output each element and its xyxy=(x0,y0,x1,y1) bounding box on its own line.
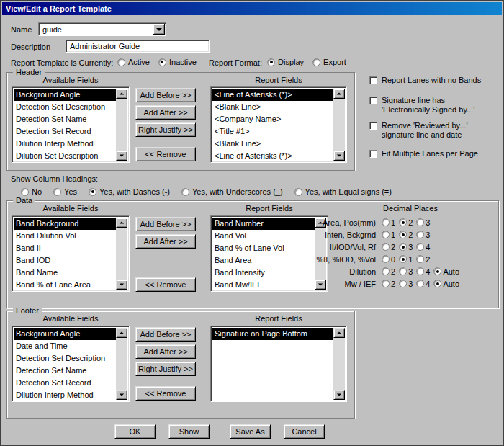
footer-remove-button[interactable]: << Remove xyxy=(135,386,196,401)
scrollbar[interactable] xyxy=(116,89,127,161)
scrollbar[interactable] xyxy=(333,89,345,161)
radio-option[interactable]: Yes, with Underscores (_) xyxy=(181,187,283,196)
name-combobox[interactable]: guide xyxy=(38,22,166,36)
scroll-down-button[interactable] xyxy=(333,390,345,400)
data-add-after-button[interactable]: Add After >> xyxy=(135,234,196,249)
header-remove-button[interactable]: << Remove xyxy=(135,147,196,161)
radio-option[interactable]: Yes, with Equal signs (=) xyxy=(294,187,392,196)
scrollbar[interactable] xyxy=(116,218,127,290)
radio-option[interactable]: 3 xyxy=(416,231,430,239)
radio-option[interactable]: 2 xyxy=(399,218,413,227)
scroll-up-button[interactable] xyxy=(116,218,127,228)
header-add-after-button[interactable]: Add After >> xyxy=(135,105,196,120)
scroll-up-button[interactable] xyxy=(333,328,345,338)
list-item[interactable]: Signature on Page Bottom xyxy=(212,328,333,340)
radio-option[interactable]: 4 xyxy=(416,243,430,251)
list-item[interactable]: Dilution Set Description xyxy=(14,150,116,161)
scrollbar[interactable] xyxy=(116,328,127,400)
scroll-up-button[interactable] xyxy=(333,89,345,99)
checkbox-remove-reviewed-by[interactable]: Remove 'Reviewed by...' signature line a… xyxy=(369,121,498,140)
scroll-down-button[interactable] xyxy=(116,151,127,161)
footer-report-listbox[interactable]: Signature on Page Bottom xyxy=(210,326,347,402)
footer-add-after-button[interactable]: Add After >> xyxy=(135,344,196,359)
footer-available-listbox[interactable]: Background AngleDate and TimeDetection S… xyxy=(12,326,130,402)
checkbox-fit-multiple-lanes[interactable]: Fit Multiple Lanes per Page xyxy=(369,149,498,159)
list-item[interactable]: Date and Time xyxy=(14,340,116,352)
data-remove-button[interactable]: << Remove xyxy=(135,277,196,292)
radio-option[interactable]: Yes, with Dashes (-) xyxy=(89,187,170,196)
radio-option[interactable]: 2 xyxy=(399,231,413,239)
radio-option[interactable]: No xyxy=(21,187,42,196)
combo-dropdown-button[interactable] xyxy=(153,24,165,35)
list-item[interactable]: Detection Set Description xyxy=(14,352,116,365)
data-add-before-button[interactable]: Add Before >> xyxy=(135,217,196,231)
radio-option[interactable]: Export xyxy=(312,58,346,66)
radio-option[interactable]: 3 xyxy=(416,218,430,227)
scrollbar[interactable] xyxy=(333,328,345,400)
description-input[interactable] xyxy=(66,42,209,50)
list-item[interactable]: Band IOD xyxy=(14,254,116,267)
radio-option[interactable]: Inactive xyxy=(158,58,197,66)
data-available-listbox[interactable]: Band BackgroundBand Dilution VolBand IIB… xyxy=(12,215,130,292)
radio-option[interactable]: 3 xyxy=(399,267,413,276)
list-item[interactable]: Band Name xyxy=(14,267,116,279)
list-item[interactable]: Dilution Interp Method xyxy=(14,389,116,400)
list-item[interactable]: Detection Set Name xyxy=(14,113,116,125)
radio-option[interactable]: 1 xyxy=(399,255,413,264)
radio-option[interactable]: Auto xyxy=(433,280,459,288)
list-item[interactable]: Background Angle xyxy=(14,328,116,340)
header-available-listbox[interactable]: Background AngleDetection Set Descriptio… xyxy=(12,86,130,163)
scroll-down-button[interactable] xyxy=(116,280,127,290)
list-item[interactable]: Band Background xyxy=(14,218,116,230)
header-right-justify-button[interactable]: Right Justify >> xyxy=(135,122,196,137)
list-item[interactable]: <Company Name> xyxy=(212,113,333,125)
scroll-down-button[interactable] xyxy=(333,151,345,161)
radio-option[interactable]: 4 xyxy=(416,267,430,276)
list-item[interactable]: Band % of Lane Area xyxy=(14,279,116,290)
radio-option[interactable]: Display xyxy=(267,58,304,66)
list-item[interactable]: Dilution Interp Method xyxy=(14,138,116,150)
radio-option[interactable]: 2 xyxy=(382,280,395,288)
list-item[interactable]: Band Dilution Vol xyxy=(14,230,116,242)
radio-option[interactable]: 0 xyxy=(382,255,395,264)
title-bar[interactable]: View/Edit a Report Template xyxy=(2,2,502,15)
list-item[interactable]: <Line of Asterisks (*)> xyxy=(212,150,333,161)
ok-button[interactable]: OK xyxy=(114,424,156,439)
list-item[interactable]: Detection Set Name xyxy=(14,365,116,377)
list-item[interactable]: Detection Set Record xyxy=(14,125,116,138)
checkbox-signature-line[interactable]: Signature line has 'Electronically Signe… xyxy=(369,96,498,115)
scroll-down-button[interactable] xyxy=(116,390,127,400)
list-item[interactable]: Detection Set Record xyxy=(14,377,116,389)
radio-option[interactable]: Yes xyxy=(53,187,77,196)
list-item[interactable]: <Blank Line> xyxy=(212,101,333,113)
radio-option[interactable]: 3 xyxy=(399,243,413,251)
list-item[interactable]: <Title #1> xyxy=(212,125,333,138)
list-item[interactable]: Detection Set Description xyxy=(14,101,116,113)
list-item[interactable]: Background Angle xyxy=(14,89,116,101)
radio-option[interactable]: Auto xyxy=(433,267,459,276)
show-button[interactable]: Show xyxy=(168,424,210,439)
header-report-listbox[interactable]: <Line of Asterisks (*)><Blank Line><Comp… xyxy=(210,86,347,163)
list-item[interactable]: Band II xyxy=(14,242,116,254)
scroll-up-button[interactable] xyxy=(116,328,127,338)
radio-option[interactable]: 1 xyxy=(382,218,395,227)
radio-option[interactable]: 2 xyxy=(382,267,395,276)
save-as-button[interactable]: Save As xyxy=(230,424,271,439)
radio-option[interactable]: Active xyxy=(117,58,150,66)
radio-option[interactable]: 2 xyxy=(416,255,430,264)
cancel-button[interactable]: Cancel xyxy=(284,424,325,439)
header-add-before-button[interactable]: Add Before >> xyxy=(135,88,196,102)
radio-option[interactable]: 2 xyxy=(382,243,395,251)
radio-option[interactable]: 3 xyxy=(399,280,413,288)
arrow-down-icon xyxy=(337,154,341,156)
list-item[interactable]: <Blank Line> xyxy=(212,138,333,150)
radio-option[interactable]: 1 xyxy=(382,231,395,239)
footer-add-before-button[interactable]: Add Before >> xyxy=(135,327,196,342)
radio-icon xyxy=(53,188,61,196)
footer-right-justify-button[interactable]: Right Justify >> xyxy=(135,362,196,376)
list-item[interactable]: <Line of Asterisks (*)> xyxy=(212,89,333,101)
scroll-up-button[interactable] xyxy=(116,89,127,99)
radio-icon xyxy=(382,231,390,238)
radio-option[interactable]: 4 xyxy=(416,280,430,288)
checkbox-report-lanes-no-bands[interactable]: Report Lanes with no Bands xyxy=(369,76,498,85)
